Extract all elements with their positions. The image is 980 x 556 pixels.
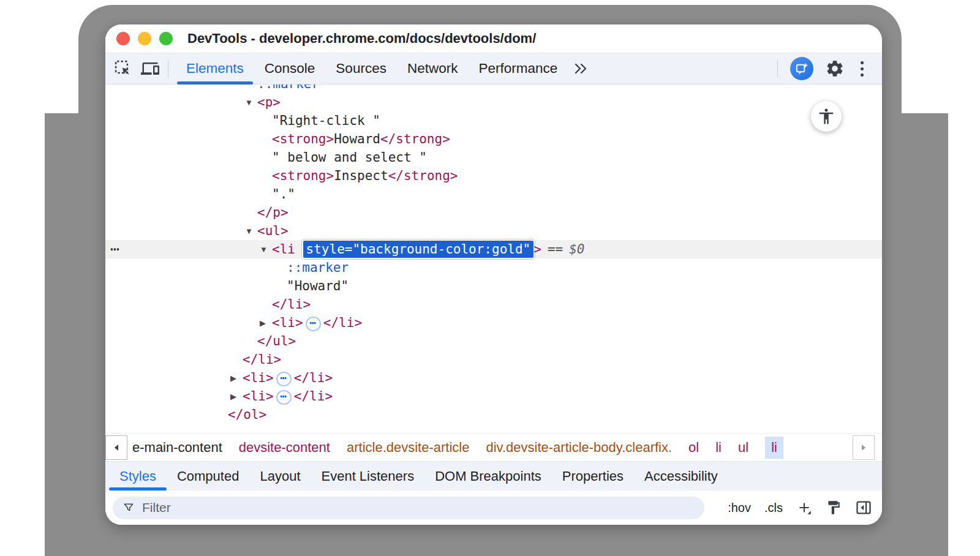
tree-row[interactable]: " below and select " xyxy=(105,148,882,167)
tag-token: <strong> xyxy=(272,168,334,183)
breadcrumb-item-devsite-content[interactable]: devsite-content xyxy=(239,440,330,456)
tree-row[interactable]: </li> xyxy=(105,295,882,314)
element-classes-button[interactable]: .cls xyxy=(764,501,783,515)
filter-input-pill[interactable] xyxy=(113,497,704,519)
accessibility-fab[interactable] xyxy=(811,101,842,132)
tag-token: </li> xyxy=(294,389,333,404)
text-node: "Right-click " xyxy=(272,113,380,128)
window-controls xyxy=(116,32,173,45)
tag-token: > xyxy=(533,242,541,257)
tab-elements[interactable]: Elements xyxy=(176,53,254,84)
tree-row[interactable]: <strong>Howard</strong> xyxy=(105,130,882,148)
tag-token: </p> xyxy=(257,205,288,220)
tree-row[interactable]: ::marker xyxy=(105,85,882,93)
tab-sources[interactable]: Sources xyxy=(325,53,397,84)
pseudo-element-token: ::marker xyxy=(257,85,319,91)
tree-row[interactable]: </p> xyxy=(105,203,882,222)
toolbar-divider xyxy=(168,59,168,78)
tree-row[interactable]: ▼<ul> xyxy=(105,222,882,240)
twisty-expanded-icon[interactable]: ▼ xyxy=(245,94,257,112)
minimize-button[interactable] xyxy=(138,32,151,45)
window-title: DevTools - developer.chrome.com/docs/dev… xyxy=(187,31,536,47)
sidebar-tab-layout[interactable]: Layout xyxy=(249,462,311,490)
tag-token: </strong> xyxy=(380,132,450,146)
tag-token: </li> xyxy=(294,370,333,385)
breadcrumb: e-main-contentdevsite-contentarticle.dev… xyxy=(105,433,882,461)
zoom-button[interactable] xyxy=(159,32,173,45)
breadcrumb-item-div-devsite-article-body-clearfix[interactable]: div.devsite-article-body.clearfix. xyxy=(486,440,672,456)
expand-children-button[interactable]: ⋯ xyxy=(276,390,292,405)
breadcrumb-item-li[interactable]: li xyxy=(765,437,783,459)
breadcrumb-item-e-main-content[interactable]: e-main-content xyxy=(132,440,222,456)
more-tabs-icon[interactable] xyxy=(570,58,591,79)
tag-token: <p> xyxy=(257,95,281,110)
equals-sign: == xyxy=(548,242,563,257)
twisty-expanded-icon[interactable]: ▼ xyxy=(260,241,272,259)
more-options-kebab-icon[interactable] xyxy=(856,61,867,77)
text-node: Inspect xyxy=(334,168,388,183)
console-reference: $0 xyxy=(569,242,584,257)
tag-token: <strong> xyxy=(272,132,334,146)
breadcrumb-item-ol[interactable]: ol xyxy=(688,440,699,456)
text-node: " below and select " xyxy=(272,150,427,165)
sidebar-tab-event-listeners[interactable]: Event Listeners xyxy=(311,462,425,490)
chevron-right-icon xyxy=(859,443,868,452)
toolbar-divider xyxy=(777,59,778,78)
tree-row[interactable]: ▶<li>⋯</li> xyxy=(105,369,882,387)
selected-attribute-editor[interactable]: style="background-color:gold" xyxy=(303,241,534,258)
tab-performance[interactable]: Performance xyxy=(468,53,568,84)
inspect-element-icon[interactable] xyxy=(113,58,134,79)
tree-row[interactable]: "." xyxy=(105,185,882,203)
tab-network[interactable]: Network xyxy=(397,53,469,84)
device-toolbar-icon[interactable] xyxy=(140,58,160,79)
new-style-rule-button[interactable] xyxy=(796,500,812,516)
styles-filter-bar: :hov .cls xyxy=(105,490,882,525)
twisty-expanded-icon[interactable]: ▼ xyxy=(245,222,257,241)
sidebar-tab-dom-breakpoints[interactable]: DOM Breakpoints xyxy=(424,462,552,490)
sidebar-tab-properties[interactable]: Properties xyxy=(552,462,634,490)
tag-token: </li> xyxy=(323,315,362,330)
breadcrumb-item-ul[interactable]: ul xyxy=(738,440,748,456)
row-actions-dots[interactable]: ⋯ xyxy=(110,240,118,258)
tree-row[interactable]: </ol> xyxy=(105,405,882,424)
breadcrumb-scroll-right-button[interactable] xyxy=(853,435,875,460)
tab-console[interactable]: Console xyxy=(254,53,326,84)
tag-token: <li> xyxy=(243,370,274,385)
toggle-sidebar-button[interactable] xyxy=(855,499,872,516)
breadcrumb-scroll-left-button[interactable] xyxy=(105,435,127,460)
tree-row[interactable]: <strong>Inspect</strong> xyxy=(105,167,882,185)
sidebar-tab-styles[interactable]: Styles xyxy=(109,462,167,490)
expand-children-button[interactable]: ⋯ xyxy=(276,372,292,386)
tree-row[interactable]: "Right-click " xyxy=(105,111,882,130)
tree-row[interactable]: ▶<li>⋯</li> xyxy=(105,314,882,332)
chevron-left-icon xyxy=(112,443,121,452)
accessibility-person-icon xyxy=(817,107,835,126)
filter-funnel-icon xyxy=(123,502,135,514)
panel-tab-strip: ElementsConsoleSourcesNetworkPerformance xyxy=(176,53,568,84)
tag-token: </li> xyxy=(272,297,311,312)
tree-row[interactable]: </li> xyxy=(105,350,882,369)
sidebar-tab-accessibility[interactable]: Accessibility xyxy=(634,462,728,490)
text-node: "." xyxy=(272,187,295,201)
tag-token: </ul> xyxy=(257,334,296,348)
tree-row[interactable]: ::marker xyxy=(105,258,882,277)
tag-token: <li> xyxy=(272,315,303,330)
tree-row[interactable]: </ul> xyxy=(105,332,882,350)
close-button[interactable] xyxy=(116,32,130,45)
tree-row[interactable]: "Howard" xyxy=(105,277,882,295)
ai-assistant-button[interactable] xyxy=(790,57,813,80)
twisty-collapsed-icon[interactable]: ▶ xyxy=(260,314,272,332)
twisty-collapsed-icon[interactable]: ▶ xyxy=(230,388,243,406)
breadcrumb-item-li[interactable]: li xyxy=(715,440,722,456)
filter-input[interactable] xyxy=(141,500,695,516)
breadcrumb-item-article-devsite-article[interactable]: article.devsite-article xyxy=(347,440,470,456)
rendering-emulation-button[interactable] xyxy=(826,500,842,516)
expand-children-button[interactable]: ⋯ xyxy=(306,317,321,331)
sidebar-tab-computed[interactable]: Computed xyxy=(167,462,250,490)
tree-row[interactable]: ▼<p> xyxy=(105,93,882,111)
settings-gear-icon[interactable] xyxy=(824,58,845,79)
tree-row[interactable]: ⋯▼<li style="background-color:gold">==$0 xyxy=(105,240,882,258)
twisty-collapsed-icon[interactable]: ▶ xyxy=(230,369,243,388)
toggle-element-state-button[interactable]: :hov xyxy=(728,501,751,515)
tree-row[interactable]: ▶<li>⋯</li> xyxy=(105,387,882,405)
